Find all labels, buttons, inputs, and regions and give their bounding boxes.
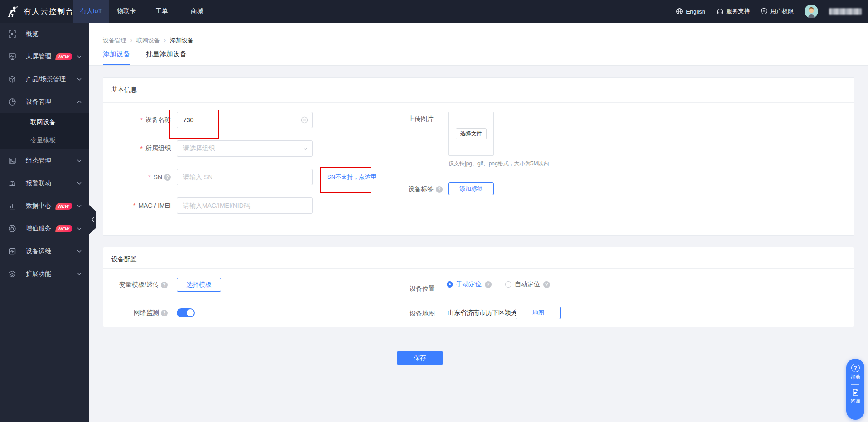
network-monitor-label: 网络监测 ? xyxy=(95,305,168,321)
sidebar: 概览 大屏管理 NEW 产品/场景管理 设备管理 联网设备 变量模板 xyxy=(0,23,89,422)
chevron-down-icon xyxy=(77,158,82,163)
auto-location-help-icon[interactable]: ? xyxy=(543,281,550,288)
auto-location-radio[interactable] xyxy=(505,281,511,288)
top-nav-item-usr-iot[interactable]: 有人IoT xyxy=(73,0,109,23)
device-address-text: 山东省济南市历下区颖秀路 xyxy=(448,307,524,319)
sn-field-wrap xyxy=(177,169,313,185)
globe-icon xyxy=(676,8,683,15)
headset-icon xyxy=(716,8,723,15)
overview-icon xyxy=(8,30,16,38)
sidebar-item-extended-functions[interactable]: 扩展功能 xyxy=(0,263,89,285)
auto-location-option[interactable]: 自动定位 xyxy=(515,280,540,288)
support-link[interactable]: 服务支持 xyxy=(716,7,750,15)
device-config-card: 设备配置 变量模板/透传 ? 选择模板 网络监测 ? 设备位置 手动定位 ? 自… xyxy=(103,247,854,327)
device-management-submenu: 联网设备 变量模板 xyxy=(0,113,89,149)
upload-image-dropzone[interactable]: 选择文件 xyxy=(448,112,494,156)
avatar-illustration xyxy=(805,5,818,18)
map-button[interactable]: 地图 xyxy=(516,307,561,319)
sidebar-item-device-management[interactable]: 设备管理 xyxy=(0,91,89,113)
card-title-basic-info: 基本信息 xyxy=(111,86,137,94)
device-tags-label: 设备标签 ? xyxy=(408,185,443,193)
manual-location-help-icon[interactable]: ? xyxy=(485,281,492,288)
upload-image-label: 上传图片 xyxy=(408,115,434,123)
variable-template-label: 变量模板/透传 ? xyxy=(95,277,168,293)
breadcrumb: 设备管理 › 联网设备 › 添加设备 xyxy=(103,36,193,44)
text-caret xyxy=(195,116,195,124)
sidebar-item-value-added-services[interactable]: 增值服务 NEW xyxy=(0,217,89,240)
sidebar-item-alarm-linkage[interactable]: 报警联动 xyxy=(0,172,89,195)
add-tag-button[interactable]: 添加标签 xyxy=(448,182,494,195)
sidebar-collapse-button[interactable] xyxy=(89,205,96,234)
username-redacted xyxy=(829,8,862,15)
sidebar-item-overview[interactable]: 概览 xyxy=(0,23,89,45)
breadcrumb-connected-devices[interactable]: 联网设备 xyxy=(136,36,160,44)
sn-help-icon[interactable]: ? xyxy=(164,174,171,181)
avatar[interactable] xyxy=(805,5,818,18)
top-nav-item-work-order[interactable]: 工单 xyxy=(144,0,179,23)
sidebar-item-connected-devices[interactable]: 联网设备 xyxy=(0,113,89,131)
help-button[interactable]: ? 帮助 xyxy=(850,364,860,381)
network-monitor-help-icon[interactable]: ? xyxy=(161,310,168,316)
organization-field-wrap: 请选择组织 xyxy=(177,140,313,157)
divider xyxy=(851,384,859,385)
alarm-bell-icon xyxy=(8,179,16,187)
topbar-right: English 服务支持 用户权限 xyxy=(676,5,868,18)
top-nav-item-mall[interactable]: 商城 xyxy=(179,0,215,23)
choose-template-button[interactable]: 选择模板 xyxy=(177,278,221,292)
device-name-label: * 设备名称 xyxy=(98,112,171,128)
variable-template-help-icon[interactable]: ? xyxy=(161,282,168,288)
basic-info-card: 基本信息 * 设备名称 * 所属组织 请选择组织 * SN xyxy=(103,77,854,236)
organization-select[interactable]: 请选择组织 xyxy=(177,140,313,157)
bar-chart-icon xyxy=(8,202,16,210)
sn-input[interactable] xyxy=(177,169,313,185)
new-badge: NEW xyxy=(55,53,73,60)
floating-help-menu: ? 帮助 咨询 xyxy=(846,359,864,420)
sidebar-item-scada[interactable]: 组态管理 xyxy=(0,149,89,172)
device-location-label: 设备位置 xyxy=(410,285,435,293)
upload-format-hint: 仅支持jpg、gif、png格式；大小为5M以内 xyxy=(448,160,549,168)
sidebar-item-screen-management[interactable]: 大屏管理 NEW xyxy=(0,45,89,68)
chevron-down-icon xyxy=(77,181,82,186)
top-nav-item-iot-card[interactable]: 物联卡 xyxy=(109,0,144,23)
content-header: 设备管理 › 联网设备 › 添加设备 添加设备 批量添加设备 xyxy=(89,23,868,66)
mac-imei-field-wrap xyxy=(177,197,313,214)
choose-file-button[interactable]: 选择文件 xyxy=(456,128,487,139)
sidebar-item-variable-templates[interactable]: 变量模板 xyxy=(0,131,89,149)
top-nav: 有人IoT 物联卡 工单 商城 xyxy=(73,0,215,23)
value-added-icon xyxy=(8,225,16,233)
chevron-down-icon xyxy=(77,271,82,277)
document-icon xyxy=(852,388,859,396)
manual-location-radio[interactable] xyxy=(447,281,453,288)
breadcrumb-separator: › xyxy=(130,37,132,43)
language-switch[interactable]: English xyxy=(676,8,705,15)
clear-input-icon[interactable] xyxy=(301,116,308,124)
sn-label: * SN ? xyxy=(98,169,171,185)
sn-not-supported-link[interactable]: SN不支持，点这里 xyxy=(327,169,376,185)
device-name-field-wrap xyxy=(177,112,313,128)
save-button[interactable]: 保存 xyxy=(397,351,443,365)
chevron-left-icon xyxy=(91,216,95,223)
device-name-input[interactable] xyxy=(177,112,313,128)
new-badge: NEW xyxy=(55,203,73,210)
sidebar-item-product-scene[interactable]: 产品/场景管理 xyxy=(0,68,89,91)
chevron-down-icon xyxy=(303,146,308,151)
pulse-monitor-icon xyxy=(8,247,16,255)
sidebar-item-device-ops[interactable]: 设备运维 xyxy=(0,240,89,263)
screen-icon xyxy=(8,53,16,61)
tab-add-device[interactable]: 添加设备 xyxy=(103,50,130,65)
chevron-down-icon xyxy=(77,203,82,209)
consult-button[interactable]: 咨询 xyxy=(850,388,860,405)
layers-icon xyxy=(8,270,16,278)
breadcrumb-separator: › xyxy=(164,37,166,43)
sidebar-item-data-center[interactable]: 数据中心 NEW xyxy=(0,195,89,217)
mac-imei-input[interactable] xyxy=(177,197,313,214)
network-monitor-toggle[interactable] xyxy=(177,308,195,317)
permissions-link[interactable]: 用户权限 xyxy=(761,7,794,15)
tab-batch-add-device[interactable]: 批量添加设备 xyxy=(146,50,187,65)
manual-location-option[interactable]: 手动定位 xyxy=(456,280,482,288)
divider xyxy=(103,268,854,269)
pie-chart-icon xyxy=(8,98,16,106)
app-title: 有人云控制台 xyxy=(24,6,74,17)
breadcrumb-device-management[interactable]: 设备管理 xyxy=(103,36,126,44)
device-tags-help-icon[interactable]: ? xyxy=(436,186,443,193)
